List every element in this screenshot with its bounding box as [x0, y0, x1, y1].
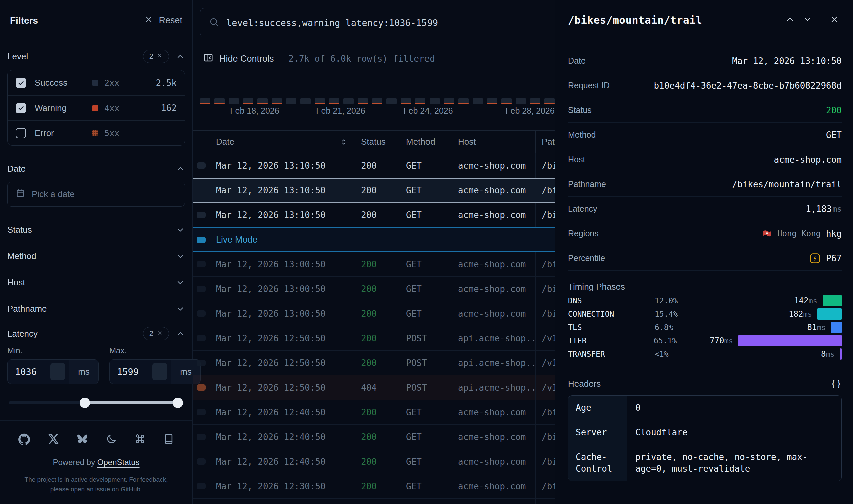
sort-icon[interactable] — [339, 138, 348, 146]
date-section-header[interactable]: Date — [7, 159, 185, 178]
cell-host: acme-shop.com — [452, 499, 535, 504]
table-row[interactable]: Mar 12, 2026 12:50:50200POSTapi.acme-sho… — [193, 326, 555, 351]
max-latency-input[interactable] — [117, 367, 149, 377]
chevron-up-icon[interactable] — [176, 52, 185, 61]
timeline-bar[interactable] — [358, 98, 368, 104]
book-icon[interactable] — [163, 433, 174, 446]
table-row[interactable]: Mar 12, 2026 12:50:50200POSTapi.acme-sho… — [193, 351, 555, 375]
level-filter-badge[interactable]: 2 — [143, 50, 169, 63]
timeline-bar[interactable] — [401, 98, 411, 104]
timeline-bar[interactable] — [372, 98, 383, 104]
timeline-bar[interactable] — [415, 98, 426, 104]
table-row[interactable]: Mar 12, 2026 12:30:50200GETacme-shop.com… — [193, 474, 555, 499]
table-row[interactable]: Mar 12, 2026 13:10:50200GETacme-shop.com… — [193, 203, 555, 227]
latency-section-header[interactable]: Latency 2 — [7, 324, 185, 343]
reset-filters-button[interactable]: Reset — [144, 15, 182, 26]
min-latency-input[interactable] — [15, 367, 47, 377]
table-row[interactable]: Mar 12, 2026 12:40:50200GETacme-shop.com… — [193, 400, 555, 425]
timeline-bar[interactable] — [544, 98, 554, 104]
openstatus-link[interactable]: OpenStatus — [97, 458, 140, 467]
table-row[interactable]: Mar 12, 2026 12:50:50404POSTapi.acme-sho… — [193, 375, 555, 400]
live-mode-row[interactable]: Live Mode — [193, 227, 555, 252]
cell-pathname: /v1 — [535, 351, 555, 375]
checkbox[interactable] — [16, 128, 26, 138]
timeline-bar[interactable] — [300, 98, 311, 104]
timeline-bar[interactable] — [243, 98, 253, 104]
timeline-bar[interactable] — [343, 98, 354, 104]
timeline-bar[interactable] — [200, 98, 210, 104]
timeline-bar[interactable] — [516, 98, 526, 104]
latency-filter-badge[interactable]: 2 — [143, 327, 169, 340]
max-stepper[interactable] — [153, 363, 167, 380]
filter-section-method[interactable]: Method — [7, 243, 185, 269]
hide-controls-label: Hide Controls — [219, 54, 274, 64]
level-section-header[interactable]: Level 2 — [7, 47, 185, 66]
chevron-down-icon[interactable] — [176, 278, 185, 287]
timeline-bar[interactable] — [444, 98, 454, 104]
timeline-bar[interactable] — [473, 98, 483, 104]
table-row[interactable]: Mar 12, 2026 13:00:50200GETacme-shop.com… — [193, 301, 555, 326]
cell-host: acme-shop.com — [452, 153, 535, 178]
table-row[interactable]: Mar 12, 2026 12:30:50200GETacme-shop.com… — [193, 499, 555, 504]
chevron-down-icon[interactable] — [176, 252, 185, 261]
timeline-bar[interactable] — [257, 98, 268, 104]
table-row[interactable]: Mar 12, 2026 13:00:50200GETacme-shop.com… — [193, 252, 555, 277]
timeline-bar[interactable] — [487, 98, 497, 104]
timeline-bar[interactable] — [387, 98, 397, 104]
table-row[interactable]: Mar 12, 2026 13:00:50200GETacme-shop.com… — [193, 277, 555, 301]
timeline-bar[interactable] — [429, 98, 440, 104]
timing-phases-title: Timing Phases — [568, 279, 842, 294]
column-header-Date[interactable]: Date — [210, 131, 355, 153]
chevron-up-icon[interactable] — [176, 329, 185, 338]
slider-max-handle[interactable] — [173, 398, 183, 408]
timeline-bar[interactable] — [315, 98, 325, 104]
filter-section-pathname[interactable]: Pathname — [7, 296, 185, 322]
timeline-bar[interactable] — [272, 98, 282, 104]
close-panel-button[interactable] — [826, 11, 843, 29]
hide-controls-button[interactable]: Hide Controls — [203, 53, 274, 65]
level-color-chip — [92, 105, 99, 111]
table-row[interactable]: Mar 12, 2026 13:10:50200GETacme-shop.com… — [193, 178, 555, 203]
detail-value: /bikes/mountain/trail — [732, 179, 842, 189]
filter-section-host[interactable]: Host — [7, 269, 185, 296]
date-picker-field[interactable]: Pick a date — [7, 182, 185, 207]
timeline-bar[interactable] — [214, 98, 225, 104]
timeline-bar[interactable] — [458, 98, 468, 104]
json-view-icon[interactable]: {} — [830, 378, 842, 389]
search-input[interactable] — [227, 18, 555, 28]
chevron-down-icon[interactable] — [176, 225, 185, 235]
previous-row-button[interactable] — [781, 11, 799, 29]
table-row[interactable]: Mar 12, 2026 12:40:50200GETacme-shop.com… — [193, 449, 555, 474]
moon-icon[interactable] — [106, 433, 117, 446]
timeline-bar[interactable] — [286, 98, 297, 104]
x-logo-icon[interactable] — [48, 433, 59, 446]
latency-range-slider[interactable] — [9, 397, 184, 408]
level-option-success[interactable]: Success2xx2.5k — [8, 70, 185, 95]
timeline-bar[interactable] — [530, 98, 540, 104]
phase-percent: <1% — [655, 350, 711, 358]
timeline-bar[interactable] — [329, 98, 339, 104]
command-icon[interactable] — [135, 433, 146, 446]
table-row[interactable]: Mar 12, 2026 13:10:50200GETacme-shop.com… — [193, 153, 555, 178]
level-option-warning[interactable]: Warning4xx162 — [8, 95, 185, 120]
chevron-up-icon[interactable] — [176, 164, 185, 173]
level-option-error[interactable]: Error5xx — [8, 120, 185, 145]
filter-section-status[interactable]: Status — [7, 217, 185, 243]
table-row[interactable]: Mar 12, 2026 12:40:50200GETacme-shop.com… — [193, 425, 555, 449]
next-row-button[interactable] — [799, 11, 816, 29]
region-code: hkg — [826, 229, 842, 239]
min-stepper[interactable] — [50, 363, 65, 380]
github-link[interactable]: GitHub — [121, 486, 140, 493]
timeline-bar[interactable] — [501, 98, 512, 104]
chevron-down-icon[interactable] — [176, 304, 185, 314]
detail-label: Host — [568, 155, 585, 164]
timeline-bar[interactable] — [229, 98, 239, 104]
cell-pathname: /v1 — [535, 326, 555, 351]
checkbox[interactable] — [16, 78, 26, 88]
bluesky-icon[interactable] — [76, 433, 88, 446]
checkbox[interactable] — [16, 103, 26, 113]
github-icon[interactable] — [18, 433, 30, 446]
detail-value: 200 — [826, 105, 842, 115]
slider-min-handle[interactable] — [80, 398, 90, 408]
cell-status: 200 — [355, 425, 400, 449]
